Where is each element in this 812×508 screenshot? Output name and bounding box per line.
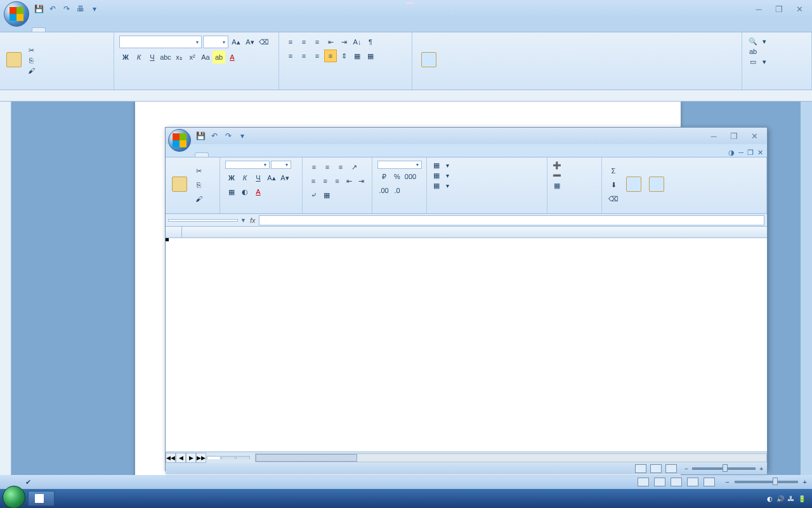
draft-view[interactable] [704, 478, 715, 486]
cut-button[interactable]: ✂ [27, 46, 38, 55]
close-button[interactable]: ✕ [792, 3, 807, 15]
format-cells-button[interactable]: ▦ [553, 181, 596, 190]
align-bot[interactable]: ≡ [334, 161, 347, 173]
paste-button[interactable] [4, 34, 24, 86]
redo-icon[interactable]: ↷ [61, 3, 72, 15]
align-top[interactable]: ≡ [308, 161, 320, 173]
excel-zoom-in[interactable]: + [759, 465, 763, 472]
zoom-in-button[interactable]: + [803, 478, 807, 486]
formula-bar[interactable] [259, 215, 764, 225]
excel-paste-button[interactable] [169, 159, 190, 210]
excel-italic[interactable]: К [239, 171, 251, 184]
fx-icon[interactable]: fx [250, 217, 256, 224]
excel-font-combo[interactable]: ▾ [225, 161, 270, 169]
sort-filter-button[interactable] [624, 159, 644, 210]
page-break-view[interactable] [665, 464, 677, 473]
format-table-button[interactable]: ▦ ▾ [432, 171, 542, 180]
align-center-button[interactable]: ≡ [298, 50, 310, 62]
mdi-minimize-button[interactable]: ─ [738, 149, 743, 157]
sheet-tab-2[interactable] [221, 456, 235, 459]
excel-tab-formulas[interactable] [234, 153, 247, 157]
tab-references[interactable] [71, 28, 84, 32]
quick-launch[interactable] [28, 491, 55, 506]
horizontal-ruler[interactable] [0, 90, 812, 102]
font-size-combo[interactable]: ▾ [203, 36, 228, 48]
superscript-button[interactable]: x² [186, 51, 199, 64]
sort-button[interactable]: A↓ [351, 36, 363, 48]
name-box[interactable] [168, 219, 238, 222]
minimize-button[interactable]: ─ [751, 3, 766, 15]
first-sheet-button[interactable]: ◀◀ [166, 453, 176, 463]
excel-tab-addins[interactable] [285, 153, 298, 157]
battery-icon[interactable]: 🔋 [798, 495, 806, 502]
print-icon[interactable]: 🖶 [75, 3, 86, 15]
delete-cells-button[interactable]: ➖ [553, 171, 596, 180]
fill-handle[interactable] [166, 238, 169, 241]
tab-review[interactable] [96, 28, 109, 32]
grow-font-button[interactable]: A▴ [230, 36, 242, 48]
excel-underline[interactable]: Ч [252, 171, 265, 184]
highlight-button[interactable]: ab [213, 51, 225, 64]
indent-inc-button[interactable]: ⇥ [337, 36, 350, 48]
copy-button[interactable]: ⎘ [27, 56, 38, 65]
excel-grow[interactable]: A▴ [265, 171, 278, 184]
tab-view[interactable] [109, 28, 122, 32]
excel-zoom-out[interactable]: − [684, 465, 688, 472]
replace-button[interactable]: ab [749, 47, 805, 56]
italic-button[interactable]: К [133, 51, 145, 64]
shrink-font-button[interactable]: A▾ [244, 36, 256, 48]
underline-button[interactable]: Ч [146, 51, 159, 64]
excel-fontcolor[interactable]: A [252, 185, 265, 198]
clear-format-button[interactable]: ⌫ [258, 36, 270, 48]
tab-mailings[interactable] [84, 28, 96, 32]
excel-tab-insert[interactable] [209, 153, 221, 157]
change-case-button[interactable]: Aa [199, 51, 212, 64]
justify-button[interactable]: ≡ [324, 50, 337, 62]
restore-button[interactable]: ❐ [771, 3, 787, 15]
excel-minimize-button[interactable]: ─ [706, 130, 721, 142]
qat-customize-icon[interactable]: ▾ [89, 3, 100, 15]
format-painter-button[interactable]: 🖌 [27, 66, 38, 75]
undo-icon[interactable]: ↶ [47, 3, 58, 15]
numbering-button[interactable]: ≡ [298, 36, 310, 48]
excel-zoom-slider[interactable] [692, 467, 756, 470]
subscript-button[interactable]: x₂ [173, 51, 185, 64]
web-view[interactable] [671, 478, 682, 486]
save-icon[interactable]: 💾 [33, 3, 44, 15]
tab-insert[interactable] [46, 28, 58, 32]
outline-view[interactable] [687, 478, 698, 486]
dec-dec[interactable]: .0 [391, 184, 403, 197]
wrap-text[interactable]: ⤶ [308, 189, 320, 201]
strike-button[interactable]: abc [159, 51, 172, 64]
excel-fill[interactable]: ◐ [239, 185, 251, 198]
currency[interactable]: ₽ [377, 170, 390, 183]
tab-layout[interactable] [58, 28, 71, 32]
vertical-ruler[interactable] [0, 102, 11, 483]
zoom-slider[interactable] [735, 481, 798, 483]
indent-dec[interactable]: ⇤ [343, 175, 355, 187]
namebox-dropdown-icon[interactable]: ▼ [240, 217, 246, 224]
full-screen-view[interactable] [654, 478, 665, 486]
cond-format-button[interactable]: ▦ ▾ [432, 161, 542, 170]
font-name-combo[interactable]: ▾ [119, 36, 202, 48]
align-left[interactable]: ≡ [308, 175, 319, 187]
excel-bold[interactable]: Ж [225, 171, 238, 184]
excel-save-icon[interactable]: 💾 [195, 130, 206, 142]
spell-icon[interactable]: ✔ [25, 478, 31, 486]
page-layout-view[interactable] [650, 464, 662, 473]
start-button[interactable] [3, 486, 25, 508]
indent-dec-button[interactable]: ⇤ [324, 36, 337, 48]
excel-painter-button[interactable]: 🖌 [192, 192, 205, 205]
zoom-out-button[interactable]: − [725, 478, 729, 486]
line-spacing-button[interactable]: ⇕ [337, 50, 350, 62]
help-icon[interactable]: ◑ [728, 149, 735, 157]
excel-undo-icon[interactable]: ↶ [209, 130, 220, 142]
volume-icon[interactable]: 🔊 [776, 495, 784, 502]
print-layout-view[interactable] [638, 478, 649, 486]
fill[interactable]: ⬇ [607, 178, 620, 191]
excel-qat-customize-icon[interactable]: ▾ [237, 130, 248, 142]
excel-size-combo[interactable]: ▾ [271, 161, 291, 169]
clear[interactable]: ⌫ [607, 192, 620, 205]
number-format-combo[interactable]: ▾ [377, 161, 422, 169]
tray-icon[interactable]: ◐ [767, 495, 773, 502]
